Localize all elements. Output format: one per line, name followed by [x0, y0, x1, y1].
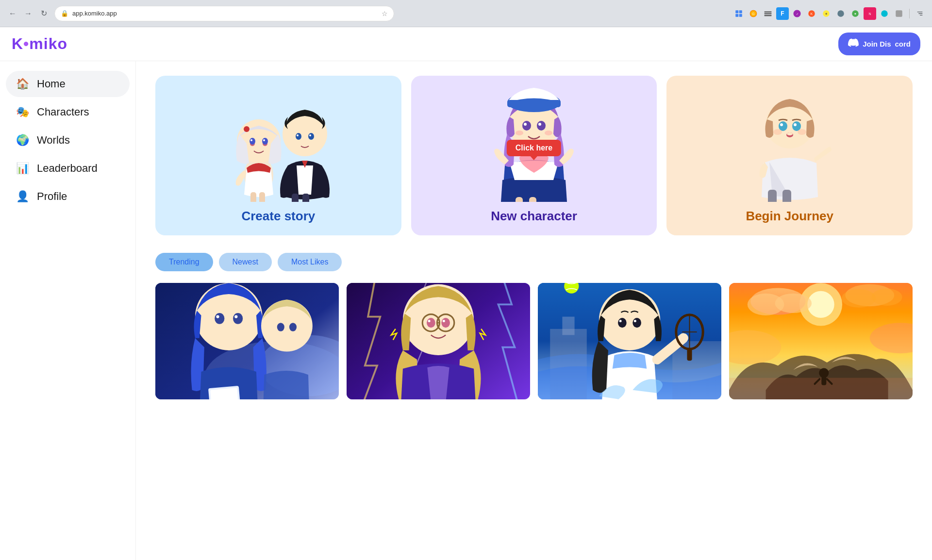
reload-button[interactable]: ↻: [37, 7, 50, 20]
svg-point-43: [522, 121, 531, 131]
worlds-icon: 🌍: [16, 134, 29, 147]
create-story-card[interactable]: Create story: [155, 76, 401, 235]
svg-point-14: [837, 10, 844, 17]
new-character-title: New character: [491, 209, 577, 224]
filter-newest[interactable]: Newest: [219, 253, 272, 271]
svg-point-62: [773, 129, 782, 135]
begin-journey-card[interactable]: Begin Journey: [666, 76, 913, 235]
svg-point-37: [309, 134, 311, 136]
browser-nav-buttons: ← → ↻: [6, 7, 50, 20]
svg-rect-52: [782, 190, 791, 202]
svg-point-44: [537, 121, 546, 131]
image-card-4[interactable]: [729, 283, 913, 399]
ext-icon-8[interactable]: [834, 7, 847, 20]
svg-point-30: [244, 126, 250, 132]
svg-point-82: [427, 318, 435, 328]
svg-point-73: [277, 323, 284, 331]
ext-icon-5[interactable]: ✓: [791, 7, 803, 20]
svg-rect-32: [302, 194, 309, 202]
ext-icon-4[interactable]: F: [776, 7, 789, 20]
filter-trending[interactable]: Trending: [155, 253, 213, 271]
star-icon[interactable]: ☆: [382, 10, 388, 17]
lock-icon: 🔒: [61, 10, 68, 17]
ext-icon-12[interactable]: [893, 7, 905, 20]
svg-point-99: [634, 320, 636, 322]
svg-point-47: [516, 131, 523, 135]
svg-rect-117: [821, 377, 826, 385]
sidebar-item-home[interactable]: 🏠 Home: [6, 71, 130, 97]
forward-button[interactable]: →: [21, 7, 35, 20]
svg-point-61: [787, 132, 793, 135]
browser-chrome: ← → ↻ 🔒 app.komiko.app ☆ G F ✓ K ☀ ✦: [0, 0, 932, 27]
ext-icon-1[interactable]: [732, 7, 745, 20]
sidebar-item-leaderboard[interactable]: 📊 Leaderboard: [6, 155, 130, 181]
svg-rect-31: [292, 194, 299, 202]
ext-icon-9[interactable]: ✦: [849, 7, 862, 20]
sidebar-item-worlds[interactable]: 🌍 Worlds: [6, 127, 130, 153]
svg-rect-103: [687, 348, 692, 361]
svg-rect-88: [562, 317, 574, 335]
new-character-card[interactable]: ♥ ♥ Click here New character: [411, 76, 657, 235]
sidebar-label-characters: Characters: [37, 106, 89, 118]
extensions-menu[interactable]: [914, 7, 926, 20]
ext-icon-6[interactable]: K: [805, 7, 818, 20]
ext-icon-3[interactable]: [762, 7, 774, 20]
sidebar-item-characters[interactable]: 🎭 Characters: [6, 99, 130, 125]
sidebar-label-worlds: Worlds: [37, 134, 70, 147]
image-card-1[interactable]: [155, 283, 339, 399]
ext-icon-10[interactable]: N: [864, 7, 876, 20]
svg-text:G: G: [752, 12, 755, 16]
ext-icon-11[interactable]: [878, 7, 891, 20]
discord-btn-label: Join Dis: [863, 40, 891, 48]
svg-text:✦: ✦: [854, 12, 857, 16]
url-text: app.komiko.app: [72, 10, 378, 17]
svg-point-72: [261, 300, 313, 352]
divider: [909, 9, 910, 18]
svg-point-111: [842, 289, 876, 308]
logo-rest: miko: [29, 35, 67, 52]
ext-icon-7[interactable]: ☀: [820, 7, 832, 20]
begin-journey-title: Begin Journey: [746, 209, 833, 224]
svg-rect-115: [729, 378, 913, 399]
image-card-2[interactable]: [347, 283, 530, 399]
svg-point-18: [881, 10, 888, 17]
svg-rect-2: [735, 14, 738, 16]
svg-rect-0: [735, 10, 738, 13]
address-bar[interactable]: 🔒 app.komiko.app ☆: [54, 6, 394, 21]
svg-point-36: [297, 134, 299, 136]
new-character-image: ♥ ♥: [411, 76, 657, 202]
svg-point-83: [441, 318, 450, 328]
svg-rect-3: [739, 14, 742, 16]
svg-point-59: [794, 123, 797, 126]
characters-icon: 🎭: [16, 106, 29, 118]
home-icon: 🏠: [16, 78, 29, 90]
image-card-3[interactable]: [538, 283, 721, 399]
create-story-image: [155, 76, 401, 202]
sidebar-item-profile[interactable]: 👤 Profile: [6, 183, 130, 210]
image-grid: [155, 283, 913, 399]
click-here-badge[interactable]: Click here: [507, 140, 561, 156]
svg-point-63: [798, 129, 806, 135]
svg-point-46: [538, 123, 541, 126]
filter-most-likes[interactable]: Most Likes: [278, 253, 342, 271]
ext-icon-2[interactable]: G: [747, 7, 760, 20]
join-discord-button[interactable]: Join Discord: [838, 33, 920, 55]
svg-rect-51: [768, 190, 777, 202]
browser-extensions: G F ✓ K ☀ ✦ N: [732, 7, 926, 20]
svg-point-27: [262, 138, 268, 145]
back-button[interactable]: ←: [6, 7, 19, 20]
sidebar-label-leaderboard: Leaderboard: [37, 162, 98, 175]
svg-point-71: [234, 315, 237, 318]
sidebar-label-home: Home: [37, 78, 66, 90]
content-area: Create story: [136, 61, 932, 560]
svg-point-96: [618, 318, 627, 328]
svg-rect-39: [529, 197, 536, 202]
app-wrapper: K•miko Join Discord 🏠 Home 🎭 Characters …: [0, 27, 932, 560]
svg-text:✓: ✓: [796, 13, 799, 16]
svg-rect-21: [250, 192, 256, 202]
main-layout: 🏠 Home 🎭 Characters 🌍 Worlds 📊 Leaderboa…: [0, 61, 932, 560]
svg-rect-38: [516, 197, 523, 202]
logo[interactable]: K•miko: [12, 35, 67, 53]
profile-icon: 👤: [16, 190, 29, 203]
svg-point-48: [545, 131, 552, 135]
